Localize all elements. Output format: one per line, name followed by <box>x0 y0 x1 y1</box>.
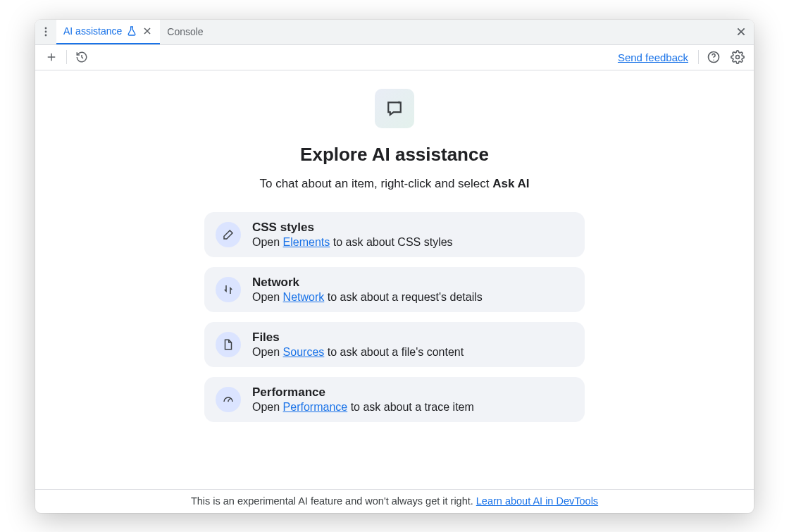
experiment-flask-icon <box>126 25 137 37</box>
brush-icon <box>216 222 241 247</box>
file-icon <box>216 332 241 357</box>
network-panel-link[interactable]: Network <box>283 291 325 303</box>
tabbar: AI assistance Console <box>35 20 754 45</box>
card-title: Performance <box>252 385 474 400</box>
page-subtitle: To chat about an item, right-click and s… <box>259 177 529 191</box>
close-tab-icon[interactable] <box>142 25 153 37</box>
learn-about-ai-link[interactable]: Learn about AI in DevTools <box>476 495 598 507</box>
card-performance: Performance Open Performance to ask abou… <box>204 377 585 422</box>
tab-ai-assistance[interactable]: AI assistance <box>56 20 160 45</box>
gauge-icon <box>216 387 241 412</box>
devtools-panel: AI assistance Console Send feedback <box>35 20 754 513</box>
new-chat-button[interactable] <box>42 48 61 66</box>
tab-label: Console <box>167 26 203 37</box>
sources-panel-link[interactable]: Sources <box>283 346 325 358</box>
elements-panel-link[interactable]: Elements <box>283 236 330 248</box>
svg-point-5 <box>736 56 740 59</box>
main-content: Explore AI assistance To chat about an i… <box>35 70 754 489</box>
tab-label: AI assistance <box>63 25 122 37</box>
svg-point-6 <box>228 400 229 402</box>
card-network: Network Open Network to ask about a requ… <box>204 267 585 312</box>
send-feedback-link[interactable]: Send feedback <box>618 51 688 63</box>
card-title: CSS styles <box>252 221 453 235</box>
svg-point-2 <box>45 35 47 37</box>
help-button[interactable] <box>704 48 723 66</box>
card-files: Files Open Sources to ask about a file's… <box>204 322 585 367</box>
separator <box>66 50 67 64</box>
card-desc: Open Network to ask about a request's de… <box>252 291 483 304</box>
card-title: Files <box>252 330 464 345</box>
svg-point-0 <box>45 27 47 30</box>
settings-button[interactable] <box>728 48 747 66</box>
performance-panel-link[interactable]: Performance <box>283 401 348 413</box>
tab-console[interactable]: Console <box>160 20 210 45</box>
card-desc: Open Sources to ask about a file's conte… <box>252 346 464 359</box>
suggestion-cards: CSS styles Open Elements to ask about CS… <box>204 212 585 422</box>
footer-notice: This is an experimental AI feature and w… <box>35 489 754 513</box>
card-desc: Open Performance to ask about a trace it… <box>252 401 474 414</box>
separator <box>698 50 699 64</box>
card-title: Network <box>252 276 483 290</box>
close-panel-icon[interactable] <box>728 27 754 37</box>
card-desc: Open Elements to ask about CSS styles <box>252 236 453 249</box>
toolbar: Send feedback <box>35 45 754 70</box>
page-title: Explore AI assistance <box>300 144 489 166</box>
network-icon <box>216 277 241 302</box>
kebab-menu-icon[interactable] <box>35 26 56 37</box>
svg-point-1 <box>45 31 47 33</box>
svg-point-4 <box>713 60 714 61</box>
ai-chat-sparkle-icon <box>375 89 414 128</box>
card-css-styles: CSS styles Open Elements to ask about CS… <box>204 212 585 257</box>
history-button[interactable] <box>73 48 91 66</box>
